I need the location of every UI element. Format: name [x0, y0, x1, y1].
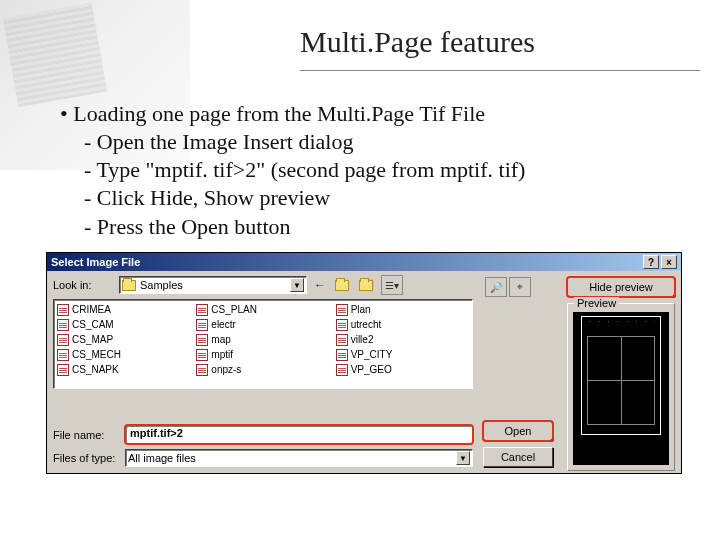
look-in-combo[interactable]: Samples ▼ [119, 276, 307, 294]
file-item[interactable]: map [196, 332, 329, 347]
file-item-label: map [211, 334, 230, 345]
file-item-label: CS_MAP [72, 334, 113, 345]
look-in-label: Look in: [53, 279, 119, 291]
bullet-sub-4: - Press the Open button [60, 213, 680, 241]
view-list-icon: ☰▾ [385, 280, 399, 291]
file-item-label: CS_MECH [72, 349, 121, 360]
file-type-combo[interactable]: All image files ▼ [125, 449, 473, 467]
folder-icon [122, 280, 136, 291]
find-icon: 🔎 [490, 282, 502, 293]
dialog-title: Select Image File [51, 256, 140, 268]
file-item-label: ville2 [351, 334, 374, 345]
new-folder-button[interactable] [357, 275, 379, 295]
up-one-level-button[interactable] [333, 275, 355, 295]
bullet-sub-3: - Click Hide, Show preview [60, 184, 680, 212]
file-name-label: File name: [53, 429, 125, 441]
image-file-icon [336, 319, 348, 331]
image-file-icon [196, 364, 208, 376]
file-item[interactable]: electr [196, 317, 329, 332]
file-item[interactable]: VP_GEO [336, 362, 469, 377]
file-item[interactable]: CS_CAM [57, 317, 190, 332]
bullet-main: • Loading one page from the Multi.Page T… [60, 100, 680, 128]
extra-tools: 🔎 ⌖ [483, 277, 531, 297]
file-item[interactable]: CS_MAP [57, 332, 190, 347]
file-item[interactable]: utrecht [336, 317, 469, 332]
image-file-icon [57, 334, 69, 346]
preview-ruler: · · · · · · · · · · · · · · · · · · [589, 318, 655, 328]
preview-frame: Preview · · · · · · · · · · · · · · · · … [567, 303, 675, 471]
search-icon: ⌖ [517, 281, 523, 293]
image-file-icon [57, 319, 69, 331]
file-item-label: electr [211, 319, 235, 330]
file-item-label: utrecht [351, 319, 382, 330]
select-image-dialog: Select Image File ? × Look in: Samples ▼… [46, 252, 682, 474]
dialog-titlebar[interactable]: Select Image File ? × [47, 253, 681, 271]
file-item-label: CS_PLAN [211, 304, 257, 315]
file-type-row: Files of type: All image files ▼ [53, 449, 473, 467]
bullet-sub-1: - Open the Image Insert dialog [60, 128, 680, 156]
image-file-icon [196, 349, 208, 361]
image-file-icon [57, 304, 69, 316]
folder-new-icon [359, 280, 373, 291]
chevron-down-icon[interactable]: ▼ [456, 451, 470, 465]
file-item-label: VP_CITY [351, 349, 393, 360]
open-button[interactable]: Open [483, 421, 553, 441]
image-file-icon [336, 349, 348, 361]
file-item[interactable]: VP_CITY [336, 347, 469, 362]
help-button[interactable]: ? [643, 255, 659, 269]
image-file-icon [57, 349, 69, 361]
preview-label: Preview [574, 297, 619, 309]
slide-title: Multi.Page features [300, 25, 700, 71]
file-item[interactable]: CS_MECH [57, 347, 190, 362]
file-item-label: Plan [351, 304, 371, 315]
file-item[interactable]: CS_NAPK [57, 362, 190, 377]
file-item[interactable]: CS_PLAN [196, 302, 329, 317]
back-button[interactable]: ← [309, 275, 331, 295]
file-item[interactable]: onpz-s [196, 362, 329, 377]
file-name-input[interactable]: mptif.tif>2 [125, 425, 473, 444]
file-item-label: mptif [211, 349, 233, 360]
image-file-icon [336, 304, 348, 316]
find-button[interactable]: 🔎 [485, 277, 507, 297]
image-file-icon [336, 364, 348, 376]
file-item-label: VP_GEO [351, 364, 392, 375]
image-file-icon [196, 319, 208, 331]
file-item[interactable]: ville2 [336, 332, 469, 347]
file-type-value: All image files [128, 452, 196, 464]
image-file-icon [196, 304, 208, 316]
file-item[interactable]: mptif [196, 347, 329, 362]
look-in-value: Samples [140, 279, 183, 291]
file-name-row: File name: mptif.tif>2 [53, 425, 473, 444]
preview-image: · · · · · · · · · · · · · · · · · · [573, 312, 669, 465]
close-button[interactable]: × [661, 255, 677, 269]
view-menu-button[interactable]: ☰▾ [381, 275, 403, 295]
slide-body: • Loading one page from the Multi.Page T… [60, 100, 680, 241]
image-file-icon [196, 334, 208, 346]
bullet-sub-2: - Type "mptif. tif>2" (second page from … [60, 156, 680, 184]
file-item-label: CS_NAPK [72, 364, 119, 375]
file-item[interactable]: Plan [336, 302, 469, 317]
folder-up-icon [335, 280, 349, 291]
hide-preview-button[interactable]: Hide preview [567, 277, 675, 297]
file-item-label: onpz-s [211, 364, 241, 375]
preview-panel: Hide preview Preview · · · · · · · · · ·… [567, 277, 675, 467]
image-file-icon [336, 334, 348, 346]
file-list[interactable]: CRIMEACS_CAMCS_MAPCS_MECHCS_NAPKCS_PLANe… [53, 299, 473, 389]
chevron-down-icon[interactable]: ▼ [290, 278, 304, 292]
search-location-button[interactable]: ⌖ [509, 277, 531, 297]
file-type-label: Files of type: [53, 452, 125, 464]
image-file-icon [57, 364, 69, 376]
file-item-label: CS_CAM [72, 319, 114, 330]
cancel-button[interactable]: Cancel [483, 447, 553, 467]
file-item-label: CRIMEA [72, 304, 111, 315]
file-item[interactable]: CRIMEA [57, 302, 190, 317]
